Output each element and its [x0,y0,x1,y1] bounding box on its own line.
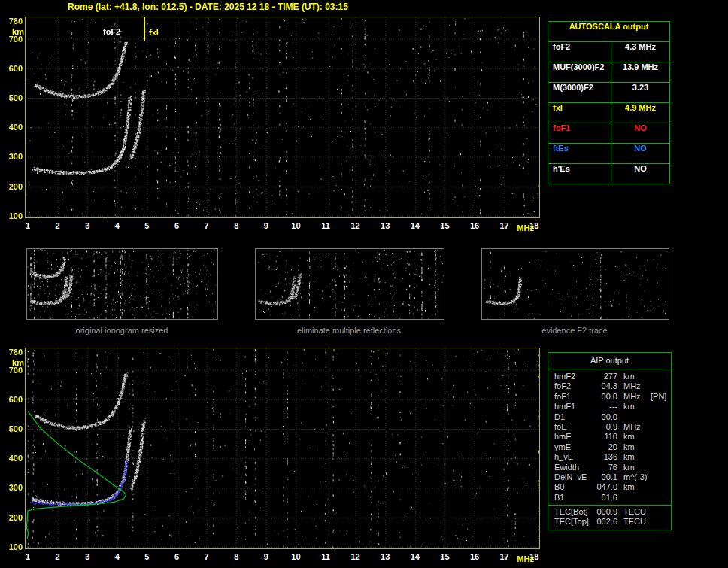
y-axis-tick-bottom-600: 600 [2,395,23,404]
y-axis-unit-top: km [2,27,24,36]
aip-tec-separator [548,505,671,506]
x-axis-tick-top-8: 8 [228,221,244,230]
aip-row-value: 002.6 [590,517,617,526]
aip-row-unit: km [623,452,635,461]
autoscala-row-label: ftEs [548,144,611,163]
x-axis-tick-bottom-4: 4 [109,552,126,561]
fxI-marker-line [144,17,145,41]
y-axis-tick-bottom-400: 400 [2,454,23,463]
autoscala-row-foF1: foF1NO [548,123,669,144]
aip-row-value: 04.3 [590,381,617,390]
autoscala-row-value: NO [611,144,669,163]
aip-row-label: hmE [554,432,572,441]
x-axis-tick-top-1: 1 [20,221,36,230]
x-axis-tick-top-9: 9 [258,221,275,230]
autoscala-row-ftEs: ftEsNO [548,144,669,164]
aip-row-label: Ewidth [554,463,579,472]
x-axis-tick-top-6: 6 [168,221,185,230]
aip-row-label: D1 [554,412,565,421]
aip-row-value: --- [590,402,617,411]
aip-row-h_vE: h_vE136km [548,452,671,462]
aip-tec-rows: TEC[Bot]000.9TECUTEC[Top]002.6TECU [548,507,671,527]
aip-row-value: 277 [590,372,617,381]
station-date-time-title: Rome (lat: +41.8, lon: 012.5) - DATE: 20… [68,2,348,12]
x-axis-tick-bottom-15: 15 [436,552,453,561]
y-axis-tick-top-200: 200 [2,182,23,191]
aip-row-label: hmF1 [554,402,575,411]
aip-row-value: 00.0 [590,392,617,401]
y-axis-tick-bottom-300: 300 [2,483,23,492]
autoscala-row-value: NO [611,164,669,184]
aip-row-label: foF1 [554,392,571,401]
autoscala-row-fxI: fxI4.9 MHz [548,103,669,123]
y-axis-tick-bottom-500: 500 [2,424,23,433]
x-axis-tick-top-14: 14 [407,221,423,230]
thumbnail-eliminate-canvas [256,249,444,319]
y-axis-tick-top-100: 100 [2,211,23,220]
thumbnail-evidence-f2 [481,248,669,320]
aip-row-value: 000.9 [590,507,617,516]
aip-row-unit: MHz [623,422,641,431]
autoscala-row-value: 4.3 MHz [611,42,669,62]
y-axis-tick-top-500: 500 [2,93,23,102]
y-axis-tick-top-760: 760 [2,17,23,26]
aip-row-foF2: foF204.3MHz [548,381,671,391]
foF2-label: foF2 [103,27,120,36]
x-axis-tick-top-15: 15 [436,221,453,230]
aip-row-hmF1: hmF1---km [548,402,671,412]
autoscala-row-MUF(3000)F2: MUF(3000)F213.9 MHz [548,62,669,83]
thumbnail-caption-eliminate: eliminate multiple reflections [259,326,439,335]
autoscala-row-foF2: foF24.3 MHz [548,42,669,62]
aip-row-label: B0 [554,482,564,491]
aip-row-value: 00.0 [590,412,617,421]
x-axis-tick-top-7: 7 [199,221,215,230]
aip-table-rows: hmF2277kmfoF204.3MHzfoF100.0MHz[PN]hmF1-… [548,369,671,503]
aip-row-unit: km [623,463,635,472]
thumbnail-caption-evidence: evidence F2 trace [484,326,665,335]
autoscala-row-value: 3.23 [611,83,669,102]
autoscala-row-label: M(3000)F2 [548,83,611,102]
aip-row-unit: km [623,442,635,451]
autoscala-row-label: MUF(3000)F2 [548,62,611,82]
x-axis-tick-bottom-10: 10 [287,552,304,561]
aip-row-B0: B0047.0km [548,482,671,492]
autoscala-row-label: foF2 [548,42,611,62]
x-axis-tick-top-4: 4 [109,221,126,230]
autoscala-row-M(3000)F2: M(3000)F23.23 [548,83,669,103]
x-axis-tick-top-5: 5 [138,221,155,230]
aip-row-B1: B101.6 [548,493,671,503]
autoscala-row-label: foF1 [548,123,611,143]
aip-row-DelN_vE: DelN_vE00.1m^(-3) [548,472,671,482]
bottom-ionogram-canvas [26,348,539,548]
bottom-ionogram-plot [25,348,540,549]
aip-row-value: 01.6 [590,493,617,502]
aip-row-unit: MHz [623,381,641,390]
aip-row-label: hmF2 [554,372,575,381]
x-axis-tick-bottom-11: 11 [317,552,334,561]
top-ionogram-plot: foF2 fxI [25,17,540,218]
y-axis-tick-top-400: 400 [2,123,23,132]
aip-row-Ewidth: Ewidth76km [548,463,671,472]
x-axis-tick-top-2: 2 [50,221,66,230]
x-axis-tick-bottom-17: 17 [496,552,513,561]
aip-output-table: AIP output hmF2277kmfoF204.3MHzfoF100.0M… [548,352,672,530]
aip-row-foF1: foF100.0MHz[PN] [548,392,671,402]
y-axis-tick-top-600: 600 [2,64,23,73]
x-axis-tick-bottom-6: 6 [168,552,185,561]
aip-row-value: 20 [590,442,617,451]
y-axis-tick-bottom-760: 760 [2,348,23,357]
aip-row-value: 110 [590,432,617,441]
aip-row-label: TEC[Top] [554,517,589,526]
autoscala-table-title: AUTOSCALA output [548,22,669,42]
x-axis-tick-top-16: 16 [466,221,483,230]
x-axis-tick-bottom-14: 14 [407,552,423,561]
x-axis-unit-bottom: MHz [514,554,537,563]
thumbnail-eliminate-reflections [255,248,444,320]
x-axis-tick-top-17: 17 [496,221,513,230]
thumbnail-evidence-canvas [482,249,669,319]
x-axis-tick-bottom-9: 9 [258,552,275,561]
top-ionogram-canvas [26,17,539,217]
autoscala-table-rows: foF24.3 MHzMUF(3000)F213.9 MHzM(3000)F23… [548,42,669,184]
autoscala-window: Rome (lat: +41.8, lon: 012.5) - DATE: 20… [0,0,728,568]
autoscala-row-value: 13.9 MHz [611,62,669,82]
